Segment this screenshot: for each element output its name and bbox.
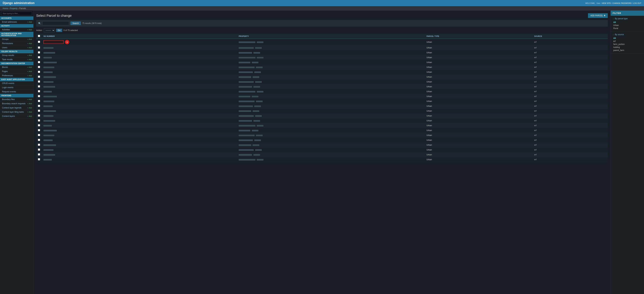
sidebar-item-groups[interactable]: Groups + Add	[0, 37, 33, 41]
blurred-text	[44, 144, 56, 146]
filter-option-parent-farm[interactable]: parent_farm	[613, 49, 642, 52]
row-checkbox	[36, 84, 42, 89]
sidebar-item-boundary-search[interactable]: Boundary search requests + Add	[0, 102, 33, 106]
row-select-checkbox[interactable]	[38, 105, 40, 107]
sidebar-item-blocks[interactable]: Blocks + Add	[0, 65, 33, 69]
search-results-info: 75 results (3676 total)	[82, 22, 102, 24]
sidebar-item-pages[interactable]: Pages + Add	[0, 69, 33, 74]
blurred-text	[44, 110, 56, 112]
row-select-checkbox[interactable]	[38, 76, 40, 78]
row-select-checkbox[interactable]	[38, 153, 40, 156]
row-sg-number	[42, 89, 237, 94]
log-out-link[interactable]: LOG OUT	[633, 2, 641, 4]
row-select-checkbox[interactable]	[38, 71, 40, 73]
sidebar-item-context-legends[interactable]: Context layer legends + Add	[0, 106, 33, 110]
row-select-checkbox[interactable]	[38, 51, 40, 53]
row-select-checkbox[interactable]	[38, 56, 40, 58]
sidebar-item-preferences[interactable]: Preferences + Add	[0, 74, 33, 78]
row-source: erf	[532, 50, 608, 55]
search-input[interactable]	[42, 21, 69, 25]
row-checkbox	[36, 99, 42, 104]
filter-option-erf[interactable]: erf	[613, 40, 642, 43]
blurred-text	[44, 76, 56, 78]
sidebar-item-activities[interactable]: Activities + Add	[0, 28, 33, 32]
row-sg-number	[42, 50, 237, 55]
table-row: Urban erf	[36, 104, 608, 109]
sidebar-item-users[interactable]: Users + Add	[0, 46, 33, 50]
row-property	[237, 70, 425, 75]
blurred-text	[239, 57, 256, 58]
row-select-checkbox[interactable]	[38, 158, 40, 160]
blurred-text	[254, 71, 261, 73]
row-checkbox	[36, 109, 42, 113]
row-select-checkbox[interactable]	[38, 100, 40, 102]
sidebar-filter-input[interactable]	[1, 11, 32, 15]
row-select-checkbox[interactable]	[38, 46, 40, 49]
table-row: Urban erf	[36, 50, 608, 55]
row-select-checkbox[interactable]	[38, 119, 40, 122]
sidebar-item-boundary-files[interactable]: Boundary files + Add	[0, 97, 33, 102]
row-select-checkbox[interactable]	[38, 149, 40, 151]
row-parcel-type: Urban	[425, 70, 532, 75]
blurred-text	[239, 47, 254, 49]
row-select-checkbox[interactable]	[38, 85, 40, 87]
filter-option-all-source[interactable]: All	[613, 37, 642, 40]
filter-option-all-parcel[interactable]: All	[613, 21, 642, 24]
filter-option-farm-portion[interactable]: farm_portion	[613, 43, 642, 46]
change-password-link[interactable]: CHANGE PASSWORD	[612, 2, 632, 4]
sidebar-item-group-results[interactable]: Group results + Add	[0, 53, 33, 57]
row-property	[237, 109, 425, 113]
row-select-checkbox[interactable]	[38, 114, 40, 117]
view-site-link[interactable]: VIEW SITE	[602, 2, 611, 4]
breadcrumb-property[interactable]: Property	[10, 7, 18, 9]
sidebar-item-crud-events[interactable]: CRUD events	[0, 81, 33, 85]
search-button[interactable]: Search	[70, 21, 81, 25]
blurred-text	[44, 101, 54, 102]
blurred-text	[255, 47, 262, 49]
sidebar-item-email-addresses[interactable]: Email addresses + Add	[0, 20, 33, 24]
sg-number-input[interactable]	[44, 40, 64, 44]
select-all-checkbox[interactable]	[38, 35, 40, 37]
row-select-checkbox[interactable]	[38, 61, 40, 63]
row-select-checkbox[interactable]	[38, 124, 40, 126]
row-sg-number	[42, 143, 237, 148]
row-parcel-type: Urban	[425, 39, 532, 45]
row-checkbox	[36, 70, 42, 75]
sidebar-item-permissions[interactable]: Permissions + Add	[0, 41, 33, 46]
go-button[interactable]: Go	[56, 29, 62, 32]
table-row: 1 Urban erf	[36, 39, 608, 45]
row-parcel-type: Urban	[425, 89, 532, 94]
row-select-checkbox[interactable]	[38, 90, 40, 92]
row-select-checkbox[interactable]	[38, 134, 40, 136]
arrow-icon: ↓	[613, 33, 614, 36]
sidebar-item-context-tiling[interactable]: Context layer tiling tasks + Add	[0, 110, 33, 114]
row-checkbox	[36, 138, 42, 143]
row-sg-number	[42, 65, 237, 70]
blurred-text	[44, 96, 57, 97]
filter-option-rural[interactable]: Rural	[613, 27, 642, 30]
row-checkbox	[36, 157, 42, 162]
action-select[interactable]: --------	[44, 28, 55, 32]
row-select-checkbox[interactable]	[38, 80, 40, 83]
blurred-text	[44, 57, 52, 58]
row-select-checkbox[interactable]	[38, 66, 40, 68]
row-select-checkbox[interactable]	[38, 110, 40, 112]
row-select-checkbox[interactable]	[38, 95, 40, 97]
row-select-checkbox[interactable]	[38, 129, 40, 131]
row-select-checkbox[interactable]	[38, 41, 40, 43]
sidebar-item-request-events[interactable]: Request events	[0, 90, 33, 94]
add-parcel-button[interactable]: ADD PARCEL ✚	[588, 13, 608, 18]
sidebar-item-context-layers[interactable]: Context layers + Add	[0, 114, 33, 118]
filter-option-holding[interactable]: holding	[613, 46, 642, 49]
table-row: Urban erf	[36, 60, 608, 65]
table-row: Urban erf	[36, 55, 608, 60]
breadcrumb-home[interactable]: Home	[3, 7, 8, 9]
filter-option-urban[interactable]: Urban	[613, 24, 642, 27]
table-row: Urban erf	[36, 79, 608, 84]
table-header-source: SOURCE	[532, 34, 608, 39]
sidebar-item-task-results[interactable]: Task results + Add	[0, 57, 33, 62]
sidebar-item-login-events[interactable]: Login events	[0, 85, 33, 90]
row-select-checkbox[interactable]	[38, 139, 40, 141]
row-select-checkbox[interactable]	[38, 144, 40, 146]
row-property	[237, 128, 425, 133]
